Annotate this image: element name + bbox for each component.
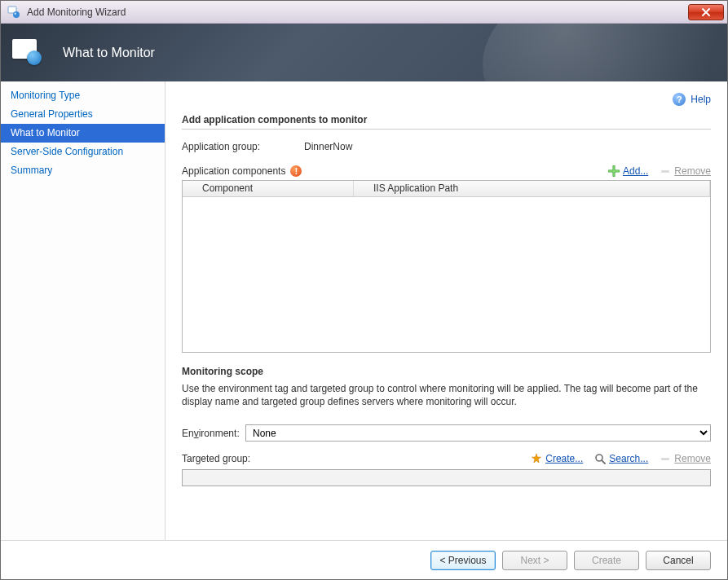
svg-rect-3 xyxy=(661,170,669,173)
banner-title: What to Monitor xyxy=(63,46,155,60)
title-bar: Add Monitoring Wizard xyxy=(1,1,727,24)
wizard-banner: What to Monitor xyxy=(1,24,727,81)
app-icon xyxy=(6,4,22,20)
monitoring-scope-description: Use the environment tag and targeted gro… xyxy=(182,382,704,408)
table-header: Component IIS Application Path xyxy=(183,181,710,197)
app-group-label: Application group: xyxy=(182,141,304,152)
wizard-window: Add Monitoring Wizard What to Monitor Mo… xyxy=(0,0,728,580)
application-components-label: Application components xyxy=(182,165,285,177)
banner-icon xyxy=(12,39,45,67)
environment-label: Environment: xyxy=(182,428,245,439)
close-icon xyxy=(701,7,711,17)
remove-group-button: Remove xyxy=(660,453,711,464)
create-group-button[interactable]: Create... xyxy=(531,453,583,464)
wizard-footer: < Previous Next > Create Cancel xyxy=(1,540,727,579)
previous-button[interactable]: < Previous xyxy=(430,551,496,570)
sidebar-item-what-to-monitor[interactable]: What to Monitor xyxy=(1,124,165,143)
col-component[interactable]: Component xyxy=(183,181,354,196)
remove-component-button: Remove xyxy=(660,165,711,177)
environment-select[interactable]: None xyxy=(245,424,711,442)
cancel-button[interactable]: Cancel xyxy=(646,551,711,570)
plus-icon xyxy=(608,165,620,177)
svg-point-2 xyxy=(15,12,16,14)
add-label-rest: dd... xyxy=(629,165,648,177)
sidebar-item-summary[interactable]: Summary xyxy=(1,161,165,180)
help-link[interactable]: Help xyxy=(690,94,711,105)
minus-icon xyxy=(660,165,671,177)
sidebar-item-monitoring-type[interactable]: Monitoring Type xyxy=(1,86,165,105)
svg-rect-5 xyxy=(661,458,669,460)
next-button: Next > xyxy=(502,551,567,570)
sidebar-item-server-side-config[interactable]: Server-Side Configuration xyxy=(1,143,165,161)
monitoring-scope-title: Monitoring scope xyxy=(182,366,711,377)
sidebar-item-general-properties[interactable]: General Properties xyxy=(1,105,165,124)
table-body-empty xyxy=(183,197,710,352)
col-iis-path[interactable]: IIS Application Path xyxy=(354,181,710,196)
wizard-sidebar: Monitoring Type General Properties What … xyxy=(1,81,165,540)
minus-icon xyxy=(660,453,671,464)
targeted-group-label: Targeted group: xyxy=(182,453,263,464)
search-group-button[interactable]: Search... xyxy=(594,453,648,464)
wizard-body: Monitoring Type General Properties What … xyxy=(1,81,727,540)
section-title: Add application components to monitor xyxy=(182,114,711,130)
wizard-main: ? Help Add application components to mon… xyxy=(165,81,727,540)
sparkle-icon xyxy=(531,453,542,464)
warning-icon: ! xyxy=(290,165,302,177)
app-group-value: DinnerNow xyxy=(304,141,352,152)
close-button[interactable] xyxy=(688,4,724,20)
help-icon: ? xyxy=(673,93,686,106)
search-icon xyxy=(594,453,606,464)
window-title: Add Monitoring Wizard xyxy=(27,7,126,18)
components-table[interactable]: Component IIS Application Path xyxy=(182,180,711,353)
svg-point-1 xyxy=(13,11,20,18)
create-button: Create xyxy=(574,551,639,570)
targeted-group-input[interactable] xyxy=(182,469,711,486)
add-component-button[interactable]: Add... xyxy=(608,165,648,177)
